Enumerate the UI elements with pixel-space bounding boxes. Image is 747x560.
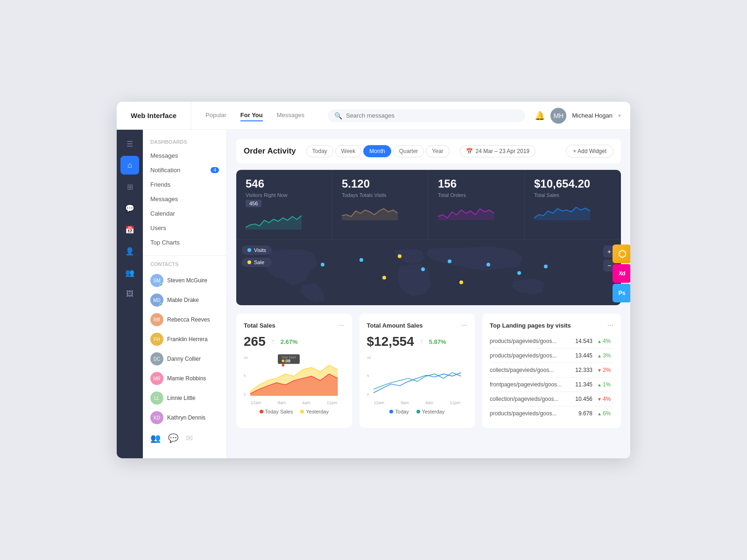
landing-count-3: 12.333 [574,367,592,373]
search-input[interactable] [346,112,519,119]
sidebar-item-top-charts[interactable]: Top Charts [143,235,226,250]
arrow-up-icon-4: ▲ [597,411,602,416]
total-sales-chart: 10 5 0 Total Sales 265 345 [244,353,345,399]
svg-point-7 [282,364,285,367]
landing-url-1: products/pagevieds/goos... [490,338,569,344]
landing-row-2: products/pagevieds/goos... 13.445 ▲ 3% [490,349,613,363]
nav-messages[interactable]: Messages [277,110,304,121]
legend-dot-sale [247,260,251,264]
notification-badge: 4 [211,167,219,173]
contact-mable[interactable]: MD Mable Drake [143,290,226,310]
nav-links: Popular For You Messages [191,110,318,121]
icon-home[interactable]: ⌂ [120,156,139,175]
x-label-11pm-2: 11pm [450,400,460,405]
legend-today-amount: Today [389,409,409,414]
ps-icon[interactable]: Ps [613,284,630,302]
total-sales-number: 265 [244,334,266,349]
x-label-12am-2: 12am [374,400,385,405]
contact-steven[interactable]: SM Steven McGuire [143,271,226,290]
trend-up-icon-sales: ↑ [271,337,275,346]
icon-person[interactable]: 👤 [120,242,139,260]
stat-sales-number: $10,654.20 [534,177,612,190]
sidebar-mail-icon[interactable]: ✉ [186,433,193,443]
landing-count-6: 9.678 [574,410,592,417]
contact-kathryn[interactable]: KD Kathryn Dennis [143,408,226,427]
landing-change-1: ▲ 4% [597,338,613,344]
sidebar-item-notification[interactable]: Notification 4 [143,163,226,177]
svg-text:345: 345 [285,360,290,363]
notification-bell[interactable]: 🔔 [535,111,545,121]
stats-row: 546 Visitors Right Now 456 5.120 [236,170,621,240]
stat-visits-label: Todays Totals Visits [342,192,419,198]
icon-chat[interactable]: 💬 [120,199,139,217]
landing-row-6: products/pagevieds/goos... 9.678 ▲ 6% [490,406,613,420]
sidebar-chat-icon[interactable]: 💬 [168,433,178,443]
contact-mamie[interactable]: MR Mamie Robbins [143,369,226,388]
filter-quarter[interactable]: Quarter [393,145,424,157]
filter-month[interactable]: Month [363,145,391,157]
contact-avatar-steven: SM [150,274,163,287]
nav-popular[interactable]: Popular [205,110,226,121]
map-legend: Visits Sale [242,245,272,267]
stat-visitors-chart [246,211,323,232]
logo: Web Interface [126,102,191,129]
landing-change-2: ▲ 3% [597,352,613,359]
contact-franklin[interactable]: FH Franklin Herrera [143,329,226,349]
legend-label-sale: Sale [254,259,264,265]
icon-grid[interactable]: ⊞ [120,177,139,196]
contact-linnie[interactable]: LL Linnie Little [143,388,226,408]
stat-orders-chart [438,202,515,223]
filter-week[interactable]: Week [335,145,361,157]
trend-up-icon-amount: ↑ [420,337,423,346]
sidebar-section-contacts: Contacts [143,261,226,267]
chevron-down-icon: ▾ [618,112,621,119]
x-label-4am-2: 4am [425,400,434,405]
icon-group[interactable]: 👥 [120,263,139,282]
map-dot-6 [517,271,521,275]
left-sidebar: Dashboards Messages Notification 4 Frien… [143,130,227,458]
order-activity-title: Order Activity [244,147,296,156]
sidebar-item-messages-1[interactable]: Messages [143,148,226,163]
contact-rebecca[interactable]: RR Rebecca Reeves [143,310,226,329]
total-sales-title: Total Sales [244,322,275,329]
sketch-icon[interactable]: ⬡ [613,245,630,263]
sidebar-item-friends[interactable]: Friends [143,177,226,192]
total-sales-header: Total Sales ··· [244,321,345,329]
landing-pages-menu[interactable]: ··· [607,321,613,329]
total-amount-chart: 10 5 0 [367,353,468,399]
filter-year[interactable]: Year [426,145,449,157]
filter-today[interactable]: Today [306,145,333,157]
icon-image[interactable]: 🖼 [120,285,139,303]
search-area: 🔍 [328,109,525,122]
sidebar-item-messages-2[interactable]: Messages [143,192,226,206]
contact-avatar-mamie: MR [150,372,163,385]
legend-yesterday-sales: Yesterday [300,409,329,414]
total-amount-header: Total Amount Sales ··· [367,321,468,329]
landing-row-1: products/pagevieds/goos... 14.543 ▲ 4% [490,334,613,349]
sidebar-group-icon[interactable]: 👥 [150,433,161,443]
sidebar-item-users[interactable]: Users [143,221,226,235]
map-dot-2 [359,258,363,262]
x-label-8am-2: 8am [401,400,409,405]
icon-menu[interactable]: ☰ [120,134,139,153]
user-avatar: MH [550,108,566,124]
landing-url-5: collection/pagevieds/goos... [490,396,569,402]
total-amount-menu[interactable]: ··· [461,321,467,329]
map-area: Visits Sale + − [236,240,621,305]
sidebar-item-calendar[interactable]: Calendar [143,206,226,221]
landing-url-4: frontpages/pagevieds/goos... [490,381,569,388]
total-sales-menu[interactable]: ··· [338,321,344,329]
svg-text:0: 0 [244,392,246,397]
date-range[interactable]: 📅 24 Mar – 23 Apr 2019 [460,145,536,157]
nav-foryou[interactable]: For You [240,110,263,121]
total-amount-number: $12,554 [367,334,414,349]
landing-row-4: frontpages/pagevieds/goos... 11.345 ▲ 1% [490,378,613,392]
add-widget-button[interactable]: + Add Widget [566,145,613,158]
icon-calendar[interactable]: 📅 [120,220,139,239]
landing-pages-header: Top Landing pages by visits ··· [490,321,613,329]
contact-danny[interactable]: DC Danny Collier [143,349,226,369]
stat-sales-chart [534,202,612,223]
contact-avatar-franklin: FH [150,333,163,346]
xd-icon[interactable]: Xd [613,264,630,283]
x-label-11pm: 11pm [327,400,338,405]
